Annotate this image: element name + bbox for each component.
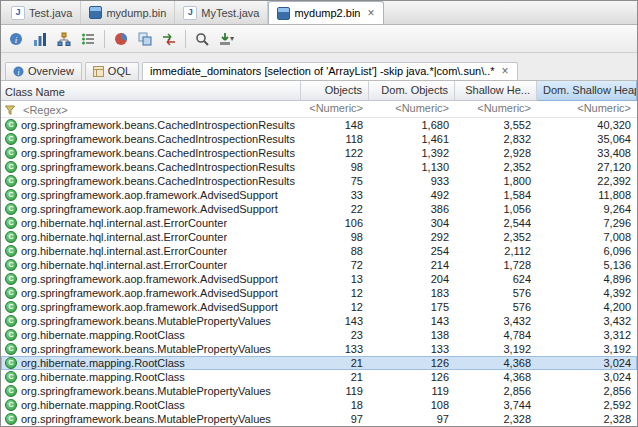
compare-icon[interactable] [158,28,180,50]
table-row[interactable]: C org.springframework.beans.CachedIntros… [1,118,637,132]
info-icon[interactable]: i [5,28,27,50]
objects-cell: 75 [301,175,369,187]
export-icon[interactable]: ▾ [215,28,237,50]
editor-tab-mydump2-bin[interactable]: mydump2.bin × [268,1,384,24]
class-icon: C [5,413,17,425]
table-row[interactable]: C org.springframework.aop.framework.Advi… [1,188,637,202]
dom-objects-cell: 204 [369,273,455,285]
regex-filter-cell[interactable]: <Regex> [1,101,301,117]
table-row[interactable]: C org.hibernate.mapping.RootClass 23 138… [1,328,637,342]
shallow-heap-cell: 3,744 [455,399,537,411]
class-name-cell: C org.springframework.aop.framework.Advi… [1,203,301,215]
table-row[interactable]: C org.springframework.beans.CachedIntros… [1,132,637,146]
editor-tab-label: mydump2.bin [294,7,360,19]
class-icon: C [5,273,17,285]
histogram-icon[interactable] [29,28,51,50]
dom-objects-cell: 133 [369,343,455,355]
class-icon: C [5,133,17,145]
shallow-heap-cell: 1,056 [455,203,537,215]
table-row[interactable]: C org.springframework.aop.framework.Advi… [1,300,637,314]
class-name-text: org.springframework.beans.MutablePropert… [21,343,271,355]
objects-cell: 118 [301,133,369,145]
table-row[interactable]: C org.hibernate.hql.internal.ast.ErrorCo… [1,244,637,258]
java-file-icon: J [11,6,25,20]
table-row[interactable]: C org.springframework.aop.framework.Advi… [1,202,637,216]
close-icon[interactable]: × [501,65,510,77]
table-row[interactable]: C org.springframework.beans.CachedIntros… [1,174,637,188]
tab-immediate-dominators[interactable]: immediate_dominators [selection of 'Arra… [142,62,518,80]
dom-shallow-heap-cell: 3,432 [537,315,637,327]
class-name-cell: C org.springframework.beans.MutablePrope… [1,413,301,425]
editor-toolbar: i ▾ [1,25,637,53]
numeric-filter-cell[interactable]: <Numeric> [369,101,455,117]
class-name-text: org.springframework.aop.framework.Advise… [21,287,278,299]
dom-objects-cell: 933 [369,175,455,187]
table-row[interactable]: C org.springframework.beans.MutablePrope… [1,342,637,356]
table-row[interactable]: C org.hibernate.hql.internal.ast.ErrorCo… [1,230,637,244]
pie-chart-icon[interactable] [110,28,132,50]
filter-row: <Regex> <Numeric> <Numeric> <Numeric> <N… [1,101,637,118]
table-row[interactable]: C org.springframework.aop.framework.Advi… [1,286,637,300]
class-name-cell: C org.springframework.aop.framework.Advi… [1,189,301,201]
table-row[interactable]: C org.springframework.beans.MutablePrope… [1,412,637,426]
column-header-shallow-heap[interactable]: Shallow He... [455,81,537,101]
close-icon[interactable]: × [366,7,375,19]
editor-tab-mytest-java[interactable]: J MyTest.java [175,1,268,24]
table-row[interactable]: C org.hibernate.mapping.RootClass 21 126… [1,370,637,384]
column-header-dom-objects[interactable]: Dom. Objects [369,81,455,101]
chevron-down-icon: ▾ [230,34,234,43]
column-header-class-name[interactable]: Class Name [1,81,301,101]
shallow-heap-cell: 2,928 [455,147,537,159]
table-row[interactable]: C org.hibernate.mapping.RootClass 21 126… [1,356,637,370]
column-header-dom-shallow-heap[interactable]: Dom. Shallow Heap [537,81,637,101]
table-row[interactable]: C org.springframework.beans.MutablePrope… [1,384,637,398]
class-name-text: org.hibernate.mapping.RootClass [21,357,185,369]
table-row[interactable]: C org.springframework.beans.CachedIntros… [1,146,637,160]
numeric-filter-cell[interactable]: <Numeric> [301,101,369,117]
editor-tab-label: mydump.bin [106,7,166,19]
editor-tab-bar: J Test.java mydump.bin J MyTest.java myd… [1,1,637,25]
numeric-filter-cell[interactable]: <Numeric> [537,101,637,117]
numeric-filter-cell[interactable]: <Numeric> [455,101,537,117]
editor-tab-test-java[interactable]: J Test.java [3,1,81,24]
table-row[interactable]: C org.springframework.beans.MutablePrope… [1,314,637,328]
class-icon: C [5,189,17,201]
class-name-cell: C org.springframework.beans.CachedIntros… [1,133,301,145]
table-row[interactable]: C org.hibernate.mapping.RootClass 18 108… [1,398,637,412]
class-name-cell: C org.hibernate.hql.internal.ast.ErrorCo… [1,245,301,257]
shallow-heap-cell: 624 [455,273,537,285]
search-icon[interactable] [191,28,213,50]
dom-shallow-heap-cell: 35,064 [537,133,637,145]
group-by-icon[interactable] [134,28,156,50]
class-name-text: org.hibernate.mapping.RootClass [21,399,185,411]
table-header: Class Name Objects Dom. Objects Shallow … [1,81,637,101]
tab-oql[interactable]: OQL [85,62,139,80]
column-header-objects[interactable]: Objects [301,81,369,101]
shallow-heap-cell: 2,328 [455,413,537,425]
dom-shallow-heap-cell: 4,896 [537,273,637,285]
objects-cell: 18 [301,399,369,411]
class-name-cell: C org.springframework.beans.MutablePrope… [1,343,301,355]
object-list-icon[interactable] [77,28,99,50]
shallow-heap-cell: 3,432 [455,315,537,327]
dom-objects-cell: 97 [369,413,455,425]
table-row[interactable]: C org.hibernate.hql.internal.ast.ErrorCo… [1,258,637,272]
table-row[interactable]: C org.hibernate.hql.internal.ast.ErrorCo… [1,216,637,230]
objects-cell: 122 [301,147,369,159]
editor-tab-label: Test.java [29,7,72,19]
class-name-cell: C org.hibernate.hql.internal.ast.ErrorCo… [1,259,301,271]
shallow-heap-cell: 1,728 [455,259,537,271]
toolbar-separator [185,30,186,48]
shallow-heap-cell: 576 [455,287,537,299]
dom-shallow-heap-cell: 4,200 [537,301,637,313]
class-icon: C [5,315,17,327]
dom-shallow-heap-cell: 2,592 [537,399,637,411]
class-icon: C [5,231,17,243]
java-file-icon: J [183,6,197,20]
tab-overview[interactable]: i Overview [5,62,82,80]
heap-dump-icon [277,7,290,20]
table-row[interactable]: C org.springframework.beans.CachedIntros… [1,160,637,174]
table-row[interactable]: C org.springframework.aop.framework.Advi… [1,272,637,286]
dominator-tree-icon[interactable] [53,28,75,50]
editor-tab-mydump-bin[interactable]: mydump.bin [81,1,175,24]
